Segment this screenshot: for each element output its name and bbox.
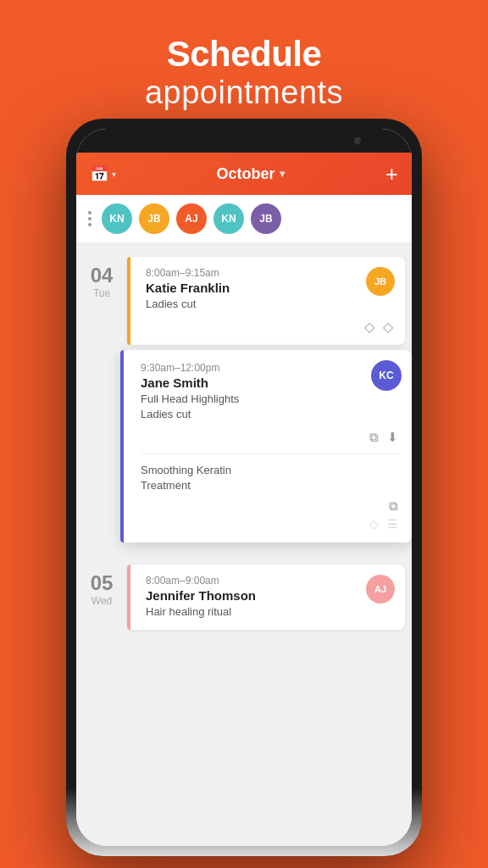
diamond-icon: ◇ xyxy=(383,319,393,335)
jennifer-avatar: AJ xyxy=(366,575,395,604)
avatar-kn-1[interactable]: KN xyxy=(102,203,132,234)
katie-avatar: JB xyxy=(366,267,395,296)
schedule-content: 04 Tue 8:00am–9:15am Katie Franklin Ladi… xyxy=(76,243,412,846)
headline-bold: Schedule xyxy=(17,34,471,75)
month-label: October xyxy=(216,165,274,183)
phone-frame: 📅 ▾ October ▾ + KN JB AJ KN JB xyxy=(66,119,422,856)
add-button[interactable]: + xyxy=(385,163,398,185)
jane-service: Full Head HighlightsLadies cut xyxy=(141,392,398,422)
avatar-jb-2[interactable]: JB xyxy=(251,203,281,234)
avatar-kn-2[interactable]: KN xyxy=(214,203,244,234)
jane-avatar: KC xyxy=(371,360,402,391)
day-label-04: 04 Tue xyxy=(76,257,127,306)
layers-sub-icon: ⧉ xyxy=(389,498,398,514)
location-icon: ◇ xyxy=(364,319,374,335)
jennifer-service: Hair healing ritual xyxy=(146,604,393,620)
camera-dot xyxy=(354,137,361,144)
katie-name: Katie Franklin xyxy=(146,281,393,295)
day-label-05: 05 Wed xyxy=(76,565,127,614)
sub-service-keratin: Smoothing KeratinTreatment ⧉ xyxy=(141,453,398,514)
card-inner-jane: 9:30am–12:00pm Jane Smith Full Head High… xyxy=(134,362,398,531)
day-section-04: 04 Tue 8:00am–9:15am Katie Franklin Ladi… xyxy=(76,250,412,549)
calendar-dropdown-arrow: ▾ xyxy=(112,170,116,179)
jennifer-name: Jennifer Thomson xyxy=(146,588,393,603)
phone-inner: 📅 ▾ October ▾ + KN JB AJ KN JB xyxy=(76,129,412,846)
download-icon: ⬇ xyxy=(387,430,398,445)
day-name-04: Tue xyxy=(76,287,127,299)
month-title[interactable]: October ▾ xyxy=(216,165,285,183)
appointments-04: 8:00am–9:15am Katie Franklin Ladies cut … xyxy=(127,257,412,542)
jane-time: 9:30am–12:00pm xyxy=(141,362,398,374)
day-number-04: 04 xyxy=(76,264,127,287)
katie-actions: ◇ ◇ xyxy=(146,319,393,335)
keratin-service: Smoothing KeratinTreatment xyxy=(141,463,398,493)
jane-extra-actions: ◇ ☰ xyxy=(141,517,398,531)
month-chevron: ▾ xyxy=(280,168,285,180)
layers-icon: ⧉ xyxy=(369,430,379,445)
day-number-05: 05 xyxy=(76,571,127,595)
jane-actions: ⧉ ⬇ xyxy=(141,430,398,445)
card-inner-jennifer: 8:00am–9:00am Jennifer Thomson Hair heal… xyxy=(139,575,393,620)
notch xyxy=(202,135,286,147)
calendar-icon: 📅 xyxy=(90,164,108,183)
avatar-jb-1[interactable]: JB xyxy=(139,203,169,234)
jane-name: Jane Smith xyxy=(141,376,398,390)
katie-service: Ladies cut xyxy=(146,297,393,312)
calendar-icon-group[interactable]: 📅 ▾ xyxy=(90,164,116,183)
jennifer-time: 8:00am–9:00am xyxy=(146,575,393,587)
avatars-row: KN JB AJ KN JB xyxy=(76,195,412,243)
day-section-05: 05 Wed 8:00am–9:00am Jennifer Thomson Ha… xyxy=(76,558,412,637)
appointment-katie-franklin[interactable]: 8:00am–9:15am Katie Franklin Ladies cut … xyxy=(127,257,405,345)
card-inner-katie: 8:00am–9:15am Katie Franklin Ladies cut … xyxy=(139,267,393,335)
more-dots-icon[interactable] xyxy=(88,211,92,226)
avatar-aj[interactable]: AJ xyxy=(176,203,207,234)
card-border-yellow xyxy=(127,257,130,345)
card-border-purple xyxy=(120,350,124,542)
appointments-05: 8:00am–9:00am Jennifer Thomson Hair heal… xyxy=(127,565,412,630)
katie-time: 8:00am–9:15am xyxy=(146,267,393,279)
tag-icon: ◇ xyxy=(369,517,379,531)
day-name-05: Wed xyxy=(76,595,127,607)
appointment-jennifer-thomson[interactable]: 8:00am–9:00am Jennifer Thomson Hair heal… xyxy=(127,565,405,630)
app-header: 📅 ▾ October ▾ + xyxy=(76,153,412,195)
headline-light: appointments xyxy=(17,75,471,111)
keratin-sub-actions: ⧉ xyxy=(141,498,398,514)
header-section: Schedule appointments xyxy=(0,0,488,128)
phone-top-bar xyxy=(76,129,412,153)
note-icon: ☰ xyxy=(387,517,398,531)
card-border-pink xyxy=(127,565,130,630)
appointment-jane-smith[interactable]: 9:30am–12:00pm Jane Smith Full Head High… xyxy=(120,350,412,542)
